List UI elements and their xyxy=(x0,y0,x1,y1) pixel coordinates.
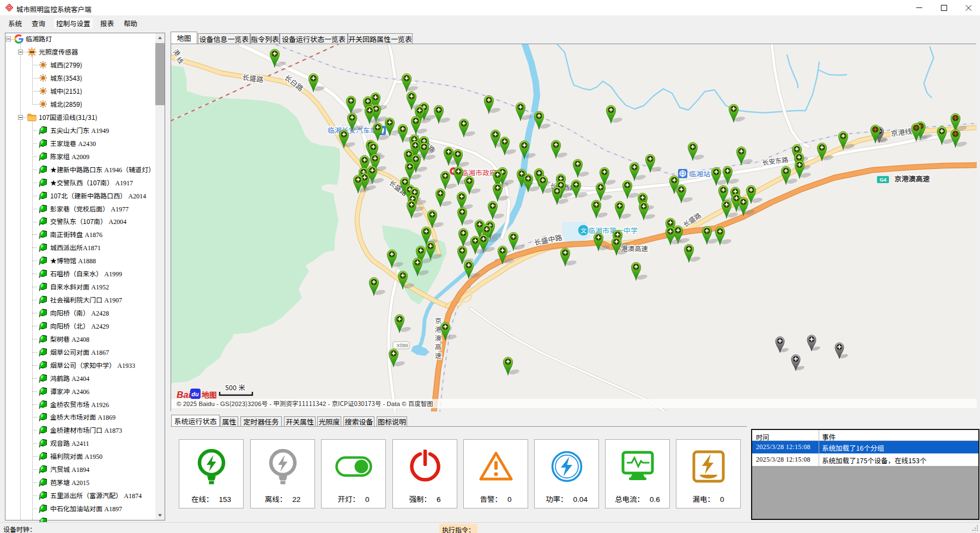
svg-text:du: du xyxy=(191,389,199,398)
svg-text:临湘站: 临湘站 xyxy=(689,168,710,179)
svg-text:港: 港 xyxy=(435,324,441,334)
svg-text:临湘市政府: 临湘市政府 xyxy=(461,167,497,178)
svg-text:X089: X089 xyxy=(396,342,408,349)
svg-text:京: 京 xyxy=(435,316,441,325)
svg-text:500 米: 500 米 xyxy=(225,382,245,392)
svg-text:© 2025 Baidu - GS(2023)3206号 -: © 2025 Baidu - GS(2023)3206号 - 甲测资字11111… xyxy=(177,399,433,408)
svg-text:高: 高 xyxy=(435,342,441,351)
svg-text:京港澳高速: 京港澳高速 xyxy=(894,173,930,184)
svg-text:澳: 澳 xyxy=(435,333,441,342)
svg-text:G4: G4 xyxy=(880,175,887,183)
svg-text:文: 文 xyxy=(580,226,586,234)
svg-text:地图: 地图 xyxy=(201,389,217,400)
svg-text:速: 速 xyxy=(435,350,441,360)
